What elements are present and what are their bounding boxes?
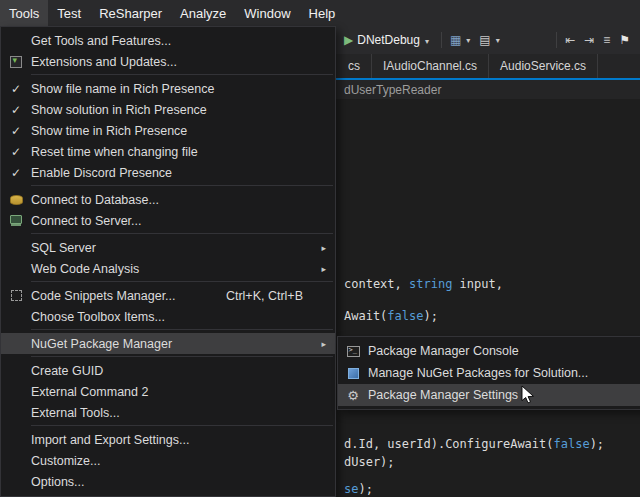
menu-item-label: Show file name in Rich Presence [31,82,214,96]
submenu-arrow-icon: ▸ [321,243,326,253]
menubar-item-window[interactable]: Window [235,0,299,26]
menu-item-label: Choose Toolbox Items... [31,310,165,324]
menu-item-package-manager-settings[interactable]: Package Manager Settings [338,384,640,406]
menu-item-label: Package Manager Console [368,344,519,358]
gear-icon [347,388,359,403]
menu-item-label: Web Code Analysis [31,262,139,276]
menu-item-extensions-and-updates[interactable]: Extensions and Updates... [1,51,335,72]
menu-item-gutter [1,290,31,301]
tools-menu: Get Tools and Features...Extensions and … [0,26,336,497]
nuget-submenu: Package Manager ConsoleManage NuGet Pack… [337,336,640,410]
menu-item-label: SQL Server [31,241,96,255]
menu-item-gutter [338,346,368,357]
menu-item-label: Customize... [31,454,100,468]
menu-item-options[interactable]: Options... [1,471,335,492]
menu-item-show-time-in-rich-presence[interactable]: Show time in Rich Presence [1,120,335,141]
checkmark-icon [1,103,31,117]
console-icon [347,346,360,357]
menu-separator [31,329,333,330]
menu-item-label: Options... [31,475,85,489]
vs-window: ▶ DNetDebug ▦▾▤▾ ⇤⇥≡⚑ csIAudioChannel.cs… [0,0,640,497]
checkmark-icon [1,124,31,138]
menu-item-label: Show time in Rich Presence [31,124,187,138]
menu-separator [31,281,333,282]
menu-item-label: Create GUID [31,364,103,378]
menubar-item-tools[interactable]: Tools [0,0,48,26]
code-line: context, string input, [344,277,503,291]
package-icon [348,368,359,379]
menu-item-external-command-2[interactable]: External Command 2 [1,381,335,402]
snippets-icon [11,290,22,301]
menubar-item-resharper[interactable]: ReSharper [90,0,171,26]
menu-item-shortcut: Ctrl+K, Ctrl+B [226,289,329,303]
code-line: d.Id, userId).ConfigureAwait(false); [344,437,604,451]
menubar-item-test[interactable]: Test [48,0,90,26]
menu-item-label: Connect to Database... [31,193,159,207]
checkmark-icon [1,145,31,159]
menu-item-gutter [1,218,31,224]
menu-item-customize[interactable]: Customize... [1,450,335,471]
menu-item-manage-nuget-packages-for-solution[interactable]: Manage NuGet Packages for Solution... [338,362,640,384]
code-line: se); [344,482,373,496]
checkmark-icon [1,166,31,180]
menu-item-label: External Command 2 [31,385,148,399]
menu-item-external-tools[interactable]: External Tools... [1,402,335,423]
menubar-item-analyze[interactable]: Analyze [171,0,235,26]
menu-item-sql-server[interactable]: SQL Server▸ [1,237,335,258]
menu-item-enable-discord-presence[interactable]: Enable Discord Presence [1,162,335,183]
extensions-icon [10,56,22,68]
menu-item-gutter [1,56,31,68]
menu-item-connect-to-database[interactable]: Connect to Database... [1,189,335,210]
menu-item-get-tools-and-features[interactable]: Get Tools and Features... [1,30,335,51]
database-icon [10,195,23,205]
menu-item-label: Manage NuGet Packages for Solution... [368,366,588,380]
menu-item-show-solution-in-rich-presence[interactable]: Show solution in Rich Presence [1,99,335,120]
menu-item-show-file-name-in-rich-presence[interactable]: Show file name in Rich Presence [1,78,335,99]
menu-item-label: Code Snippets Manager... [31,289,176,303]
menu-item-label: Package Manager Settings [368,388,518,402]
submenu-arrow-icon: ▸ [321,264,326,274]
menu-item-nuget-package-manager[interactable]: NuGet Package Manager▸ [1,333,335,354]
menubar: ToolsTestReSharperAnalyzeWindowHelp [0,0,640,26]
menu-item-gutter [338,388,368,403]
menu-item-label: Get Tools and Features... [31,34,171,48]
menu-item-reset-time-when-changing-file[interactable]: Reset time when changing file [1,141,335,162]
menu-item-web-code-analysis[interactable]: Web Code Analysis▸ [1,258,335,279]
code-line: Await(false); [344,309,438,323]
menu-item-code-snippets-manager[interactable]: Code Snippets Manager...Ctrl+K, Ctrl+B [1,285,335,306]
menu-item-gutter [338,368,368,379]
menu-item-label: Extensions and Updates... [31,55,177,69]
menu-item-label: Reset time when changing file [31,145,198,159]
menu-separator [31,425,333,426]
menu-item-create-guid[interactable]: Create GUID [1,360,335,381]
menu-separator [31,356,333,357]
code-line: dUser); [344,455,395,469]
menu-item-choose-toolbox-items[interactable]: Choose Toolbox Items... [1,306,335,327]
menu-separator [31,185,333,186]
menu-item-import-and-export-settings[interactable]: Import and Export Settings... [1,429,335,450]
server-icon [10,215,22,224]
menu-item-label: Enable Discord Presence [31,166,172,180]
menu-item-gutter [1,195,31,205]
menu-item-label: NuGet Package Manager [31,337,172,351]
menu-item-label: External Tools... [31,406,120,420]
menubar-item-help[interactable]: Help [300,0,345,26]
checkmark-icon [1,82,31,96]
menu-item-label: Import and Export Settings... [31,433,189,447]
menu-separator [31,74,333,75]
menu-item-label: Connect to Server... [31,214,141,228]
menu-item-connect-to-server[interactable]: Connect to Server... [1,210,335,231]
menu-separator [31,233,333,234]
menu-item-package-manager-console[interactable]: Package Manager Console [338,340,640,362]
submenu-arrow-icon: ▸ [321,339,326,349]
menu-item-label: Show solution in Rich Presence [31,103,207,117]
